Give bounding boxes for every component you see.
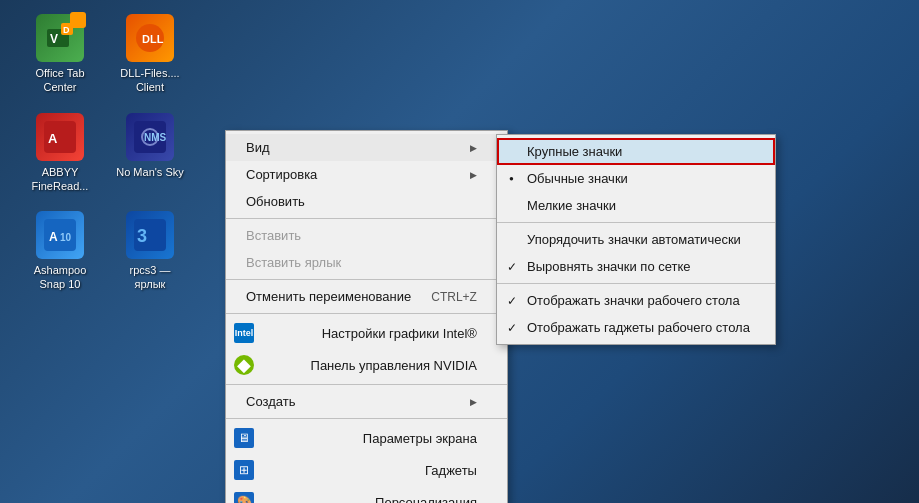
context-menu-nvidia[interactable]: ◆ Панель управления NVIDIA bbox=[226, 349, 507, 381]
icon-row-3: A 10 AshampooSnap 10 3 rpcs3 —ярлык bbox=[20, 207, 190, 296]
submenu-show-gadgets[interactable]: ✓ Отображать гаджеты рабочего стола bbox=[497, 314, 775, 341]
paste-label: Вставить bbox=[246, 228, 301, 243]
context-menu-vid-row: Вид Крупные значки Обычные значки Мелкие… bbox=[226, 134, 507, 161]
small-icons-label: Мелкие значки bbox=[527, 198, 616, 213]
icon-row-2: A ABBYYFineRead... NMS No Man's Sky bbox=[20, 109, 190, 198]
context-menu-undo-rename[interactable]: Отменить переименование CTRL+Z bbox=[226, 283, 507, 310]
align-grid-label: Выровнять значки по сетке bbox=[527, 259, 691, 274]
create-label: Создать bbox=[246, 394, 295, 409]
screen-params-label: Параметры экрана bbox=[363, 431, 477, 446]
context-menu-create[interactable]: Создать bbox=[226, 388, 507, 415]
separator-1 bbox=[226, 218, 507, 219]
rpcs3-icon: 3 bbox=[126, 211, 174, 259]
large-icons-label: Крупные значки bbox=[527, 144, 622, 159]
svg-text:NMS: NMS bbox=[144, 132, 166, 143]
context-menu-intel[interactable]: Intel Настройки графики Intel® bbox=[226, 317, 507, 349]
separator-3 bbox=[226, 313, 507, 314]
context-menu-personalization[interactable]: 🎨 Персонализация bbox=[226, 486, 507, 503]
gadgets-label: Гаджеты bbox=[425, 463, 477, 478]
context-menu-vid-label: Вид bbox=[246, 140, 270, 155]
svg-text:3: 3 bbox=[137, 226, 147, 246]
office-tab-icon: V D bbox=[36, 14, 84, 62]
submenu-auto-arrange[interactable]: Упорядочить значки автоматически bbox=[497, 226, 775, 253]
desktop-icon-abbyy[interactable]: A ABBYYFineRead... bbox=[20, 109, 100, 198]
desktop-icon-dll-files[interactable]: DLL DLL-Files....Client bbox=[110, 10, 190, 99]
nvidia-label: Панель управления NVIDIA bbox=[311, 358, 477, 373]
dll-files-icon: DLL bbox=[126, 14, 174, 62]
sort-label: Сортировка bbox=[246, 167, 317, 182]
submenu-separator-1 bbox=[497, 222, 775, 223]
submenu-normal-icons[interactable]: Обычные значки bbox=[497, 165, 775, 192]
desktop-icon-rpcs3[interactable]: 3 rpcs3 —ярлык bbox=[110, 207, 190, 296]
context-menu: Вид Крупные значки Обычные значки Мелкие… bbox=[225, 130, 508, 503]
desktop: V D Office Tab Center DLL DLL-Files....C… bbox=[0, 0, 919, 503]
undo-rename-label: Отменить переименование bbox=[246, 289, 411, 304]
context-menu-sort[interactable]: Сортировка bbox=[226, 161, 507, 188]
rpcs3-label: rpcs3 —ярлык bbox=[130, 263, 171, 292]
dll-files-label: DLL-Files....Client bbox=[120, 66, 179, 95]
context-menu-paste[interactable]: Вставить bbox=[226, 222, 507, 249]
gadgets-icon: ⊞ bbox=[234, 460, 254, 480]
icon-row-1: V D Office Tab Center DLL DLL-Files....C… bbox=[20, 10, 190, 99]
svg-text:V: V bbox=[50, 32, 58, 46]
submenu-small-icons[interactable]: Мелкие значки bbox=[497, 192, 775, 219]
context-menu-screen-params[interactable]: 🖥 Параметры экрана bbox=[226, 422, 507, 454]
desktop-icon-nms[interactable]: NMS No Man's Sky bbox=[110, 109, 190, 198]
submenu-show-desktop-icons[interactable]: ✓ Отображать значки рабочего стола bbox=[497, 287, 775, 314]
personalization-label: Персонализация bbox=[375, 495, 477, 504]
abbyy-icon: A bbox=[36, 113, 84, 161]
desktop-icon-office-tab[interactable]: V D Office Tab Center bbox=[20, 10, 100, 99]
context-menu-paste-shortcut[interactable]: Вставить ярлык bbox=[226, 249, 507, 276]
context-menu-vid[interactable]: Вид bbox=[226, 134, 507, 161]
svg-text:A: A bbox=[48, 131, 58, 146]
paste-shortcut-label: Вставить ярлык bbox=[246, 255, 341, 270]
submenu-vid: Крупные значки Обычные значки Мелкие зна… bbox=[496, 134, 776, 345]
personalization-icon: 🎨 bbox=[234, 492, 254, 503]
show-desktop-icons-label: Отображать значки рабочего стола bbox=[527, 293, 740, 308]
desktop-icon-ashampoo[interactable]: A 10 AshampooSnap 10 bbox=[20, 207, 100, 296]
separator-4 bbox=[226, 384, 507, 385]
context-menu-refresh[interactable]: Обновить bbox=[226, 188, 507, 215]
nvidia-icon: ◆ bbox=[234, 355, 254, 375]
svg-text:DLL: DLL bbox=[142, 33, 164, 45]
abbyy-label: ABBYYFineRead... bbox=[32, 165, 89, 194]
intel-icon: Intel bbox=[234, 323, 254, 343]
screen-icon: 🖥 bbox=[234, 428, 254, 448]
svg-text:D: D bbox=[63, 25, 70, 35]
intel-label: Настройки графики Intel® bbox=[322, 326, 477, 341]
show-desktop-icons-check: ✓ bbox=[507, 294, 517, 308]
ashampoo-label: AshampooSnap 10 bbox=[34, 263, 87, 292]
auto-arrange-label: Упорядочить значки автоматически bbox=[527, 232, 741, 247]
office-tab-label: Office Tab Center bbox=[24, 66, 96, 95]
undo-rename-shortcut: CTRL+Z bbox=[431, 290, 477, 304]
show-gadgets-label: Отображать гаджеты рабочего стола bbox=[527, 320, 750, 335]
context-menu-gadgets[interactable]: ⊞ Гаджеты bbox=[226, 454, 507, 486]
svg-text:A: A bbox=[49, 230, 58, 244]
align-grid-check: ✓ bbox=[507, 260, 517, 274]
ashampoo-icon: A 10 bbox=[36, 211, 84, 259]
show-gadgets-check: ✓ bbox=[507, 321, 517, 335]
separator-5 bbox=[226, 418, 507, 419]
normal-icons-label: Обычные значки bbox=[527, 171, 628, 186]
svg-text:10: 10 bbox=[60, 232, 72, 243]
nms-icon: NMS bbox=[126, 113, 174, 161]
submenu-align-grid[interactable]: ✓ Выровнять значки по сетке bbox=[497, 253, 775, 280]
nms-label: No Man's Sky bbox=[116, 165, 184, 179]
desktop-icons-container: V D Office Tab Center DLL DLL-Files....C… bbox=[20, 10, 190, 296]
refresh-label: Обновить bbox=[246, 194, 305, 209]
submenu-separator-2 bbox=[497, 283, 775, 284]
separator-2 bbox=[226, 279, 507, 280]
submenu-large-icons[interactable]: Крупные значки bbox=[497, 138, 775, 165]
